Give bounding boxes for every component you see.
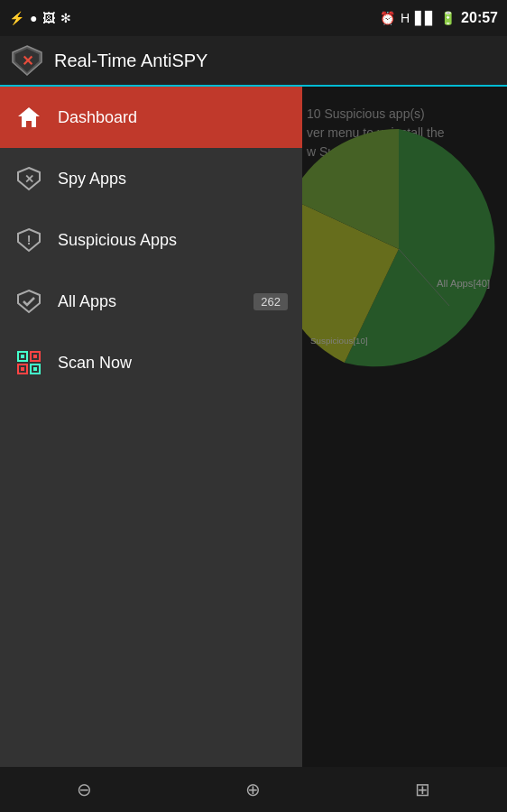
- sidebar-item-suspicious-apps-label: Suspicious Apps: [58, 231, 288, 250]
- signal-bars-icon: ▋▊: [415, 11, 435, 25]
- sidebar-item-suspicious-apps[interactable]: ! Suspicious Apps: [0, 209, 302, 271]
- title-bar: ✕ Real-Time AntiSPY: [0, 36, 507, 87]
- svg-marker-9: [18, 291, 40, 312]
- all-apps-badge: 262: [254, 293, 288, 310]
- svg-rect-14: [21, 355, 24, 358]
- drawer-overlay[interactable]: [302, 87, 507, 767]
- shield-bang-icon: !: [16, 227, 41, 253]
- status-icons-left: ⚡ ● 🖼 ✻: [9, 11, 71, 25]
- sidebar-item-scan-now[interactable]: Scan Now: [0, 332, 302, 393]
- sidebar-item-spy-apps[interactable]: ✕ Spy Apps: [0, 148, 302, 209]
- time-display: 20:57: [461, 10, 498, 26]
- zoom-in-button[interactable]: ⊕: [245, 779, 261, 800]
- status-icons-right: ⏰ H ▋▊ 🔋 20:57: [380, 10, 498, 26]
- svg-rect-15: [33, 355, 37, 358]
- svg-text:!: !: [27, 233, 32, 247]
- shield-check-icon: [16, 289, 41, 314]
- app-title: Real-Time AntiSPY: [54, 51, 207, 71]
- signal-h-icon: H: [401, 11, 410, 25]
- sidebar-item-all-apps-label: All Apps: [58, 292, 239, 311]
- svg-marker-4: [18, 107, 40, 127]
- status-bar: ⚡ ● 🖼 ✻ ⏰ H ▋▊ 🔋 20:57: [0, 0, 507, 36]
- scan-svg-icon: [16, 350, 41, 375]
- home-icon: [14, 103, 43, 132]
- shield-x-icon: ✕: [16, 166, 41, 191]
- battery-icon: 🔋: [440, 11, 456, 25]
- zoom-out-button[interactable]: ⊖: [77, 779, 92, 800]
- sidebar-item-dashboard[interactable]: Dashboard: [0, 87, 302, 148]
- bluetooth-icon: ✻: [60, 11, 71, 25]
- navigation-drawer: Dashboard ✕ Spy Apps ! Suspicious Apps: [0, 87, 302, 767]
- svg-text:✕: ✕: [24, 172, 34, 186]
- usb-icon: ⚡: [9, 11, 24, 25]
- circle-icon: ●: [30, 11, 37, 25]
- bottom-navigation-bar: ⊖ ⊕ ⊞: [0, 767, 507, 812]
- settings-button[interactable]: ⊞: [415, 779, 430, 800]
- all-apps-icon: [14, 287, 43, 316]
- spy-apps-icon: ✕: [14, 164, 43, 193]
- home-svg-icon: [16, 105, 41, 130]
- alarm-icon: ⏰: [380, 11, 395, 25]
- sidebar-item-dashboard-label: Dashboard: [58, 108, 288, 127]
- app-logo-icon: ✕: [11, 44, 43, 77]
- svg-rect-16: [21, 367, 24, 371]
- scan-now-icon: [14, 348, 43, 377]
- suspicious-apps-icon: !: [14, 226, 43, 254]
- svg-text:✕: ✕: [22, 53, 33, 69]
- image-icon: 🖼: [42, 11, 55, 25]
- main-content: 10 Suspicious app(s) ver menu to uninsta…: [0, 87, 507, 767]
- sidebar-item-all-apps[interactable]: All Apps 262: [0, 271, 302, 332]
- sidebar-item-scan-now-label: Scan Now: [58, 354, 288, 373]
- svg-rect-17: [33, 367, 37, 371]
- sidebar-item-spy-apps-label: Spy Apps: [58, 170, 288, 189]
